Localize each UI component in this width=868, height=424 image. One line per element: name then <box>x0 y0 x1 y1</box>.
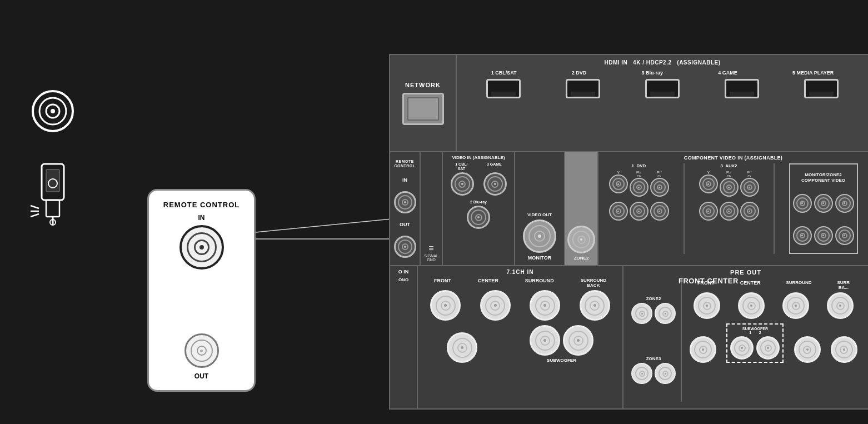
video-in-port-2 <box>467 206 490 229</box>
component-dvd-label: 1 DVD <box>632 163 646 168</box>
pre-out-section: PRE OUT ZONE2 <box>623 266 868 410</box>
panel-remote-in-label: IN <box>402 177 407 183</box>
component-dvd-group: 1 DVD Y Pb/Cb <box>609 163 669 254</box>
comp-aux2-y-group: Y <box>699 171 718 197</box>
comp-dvd-pr2-port <box>650 202 669 221</box>
coaxial-connector <box>31 89 75 133</box>
comp-dvd-y-port <box>609 174 628 193</box>
network-label: NETWORK <box>405 82 441 88</box>
ch71-center-port <box>480 290 511 321</box>
comp-aux2-pb2-port <box>720 202 739 221</box>
subwoofer-box: SUBWOOFER1 2 <box>726 323 784 363</box>
pre-front-l-port <box>694 292 720 319</box>
hdmi-port-1 <box>486 79 521 98</box>
video-out-section: VIDEO OUT MONITOR <box>515 152 565 265</box>
ch71-title: 7.1CH IN <box>421 269 620 275</box>
zone3-pre-label: ZONE3 <box>646 356 661 361</box>
comp-aux2-y2-port <box>699 202 718 221</box>
monitor-zone2-port-5 <box>814 226 833 245</box>
hdmi-in-title: HDMI IN 4K / HDCP2.2 (ASSIGNABLE) <box>463 59 861 66</box>
monitor-zone2-comp-section: MONITOR/ZONE2COMPONENT VIDEO <box>789 163 858 254</box>
pre-surr-back-r-port <box>831 336 857 363</box>
video-in-2-label: 2 Blu-ray <box>470 200 487 204</box>
comp-dvd-pb-port <box>630 178 648 197</box>
remote-in-port <box>179 225 224 270</box>
ch71-surr-back-r-port <box>563 325 593 356</box>
ch71-surr-back-l-port <box>580 290 610 321</box>
ch71-subwoofer-label: SUBWOOFER <box>547 358 576 363</box>
component-video-in-title: COMPONENT VIDEO IN (ASSIGNABLE) <box>603 155 864 161</box>
zone2-mid-port <box>567 226 595 253</box>
rca-plug-connector <box>28 156 78 228</box>
monitor-zone2-port-3 <box>835 194 854 213</box>
pre-out-surr-back-label: SURRBA... <box>837 280 850 290</box>
comp-dvd-pr-port <box>650 178 669 197</box>
video-out-label: VIDEO OUT <box>527 212 552 217</box>
zone2-pre-l-port <box>631 303 652 324</box>
network-section: NETWORK <box>390 55 457 151</box>
monitor-zone2-port-4 <box>793 226 812 245</box>
phono-label: ONO <box>398 277 408 282</box>
remote-control-title: REMOTE CONTROL <box>163 201 240 209</box>
hdmi-4-label: 4 GAME <box>718 70 737 76</box>
hdmi-in-section: HDMI IN 4K / HDCP2.2 (ASSIGNABLE) 1 CBL/… <box>457 55 868 151</box>
ch71-section: 7.1CH IN FRONT CENTER SURROUND SURROUNDB… <box>418 266 623 410</box>
ch71-surround-r-port <box>530 325 560 356</box>
monitor-zone2-port-6 <box>835 226 854 245</box>
ch71-surround-l-port <box>530 290 560 321</box>
comp-dvd-pb-group: Pb/Cb <box>630 171 648 197</box>
remote-out-port <box>184 333 219 368</box>
pre-out-front-label: FRONT <box>697 280 715 290</box>
pre-surround-r-port <box>794 336 821 363</box>
comp-aux2-pr-group: Pr/Cr <box>740 171 759 197</box>
video-in-port-1 <box>451 172 474 196</box>
zone2-mid-label: ZONE2 <box>574 256 589 261</box>
panel-remote-out-port <box>394 236 416 258</box>
pre-center-port <box>738 292 765 319</box>
pre-out-title: PRE OUT <box>626 269 865 276</box>
phono-section: O IN ONO <box>390 266 418 410</box>
comp-aux2-y-port <box>699 174 718 193</box>
pre-out-main-section: FRONT CENTER SURROUND SURRBA... <box>682 278 865 402</box>
ch71-subwoofer-area: SUBWOOFER <box>530 325 593 363</box>
hdmi-port-3 <box>645 79 680 98</box>
bottom-section-title-71: O IN <box>398 269 409 275</box>
comp-dvd-pr-group: Pr/Cr <box>650 171 669 197</box>
zone2-pre-r-port <box>655 303 676 324</box>
comp-aux2-pr-port <box>740 178 759 197</box>
pre-surround-l-port <box>782 292 809 319</box>
hdmi-port-2 <box>566 79 600 98</box>
remote-in-label: IN <box>198 214 205 222</box>
comp-aux2-pr2-port <box>740 202 759 221</box>
comp-aux2-pb-group: Pb/Cb <box>720 171 739 197</box>
top-row: NETWORK HDMI IN 4K / HDCP2.2 (ASSIGNABLE… <box>390 55 868 152</box>
remote-control-panel: REMOTE CONTROL IN OUT <box>147 189 256 392</box>
ch71-center-label: CENTER <box>478 278 498 288</box>
panel-remote-control: REMOTECONTROL IN OUT <box>390 152 421 265</box>
remote-out-label: OUT <box>194 372 208 380</box>
hdmi-ports-row <box>463 79 861 98</box>
svg-rect-5 <box>46 200 59 217</box>
hdmi-port-5 <box>804 79 839 98</box>
hdmi-1-label: 1 CBL/SAT <box>491 70 517 76</box>
hdmi-2-label: 2 DVD <box>572 70 587 76</box>
pre-surr-back-port <box>827 292 854 319</box>
signal-gnd-icon: ≡ <box>428 244 433 253</box>
pre-out-surround-label: SURROUND <box>786 280 811 290</box>
signal-gnd-label: SIGNAL GND <box>423 254 439 262</box>
video-in-3-label: 3 GAME <box>487 162 502 166</box>
svg-line-10 <box>31 214 39 217</box>
component-aux2-group: 3 AUX2 Y Pb/Cb <box>699 163 759 254</box>
video-in-section: VIDEO IN (ASSIGNABLE) 1 CBL/SAT 3 GAME <box>443 152 515 265</box>
comp-aux2-pb-port <box>720 178 739 197</box>
monitor-zone2-port-1 <box>793 194 812 213</box>
hdmi-3-label: 3 Blu-ray <box>641 70 663 76</box>
component-aux2-label: 3 AUX2 <box>721 163 737 168</box>
video-in-1-label: 1 CBL/SAT <box>455 162 467 171</box>
ch71-front-r-port <box>447 332 477 363</box>
ch71-surr-back-label: SURROUNDBACK <box>581 278 606 288</box>
svg-point-3 <box>51 109 55 113</box>
av-receiver-panel: NETWORK HDMI IN 4K / HDCP2.2 (ASSIGNABLE… <box>389 54 868 410</box>
monitor-zone2-label: MONITOR/ZONE2COMPONENT VIDEO <box>801 172 845 183</box>
pre-out-zones-section: ZONE2 <box>626 278 682 402</box>
